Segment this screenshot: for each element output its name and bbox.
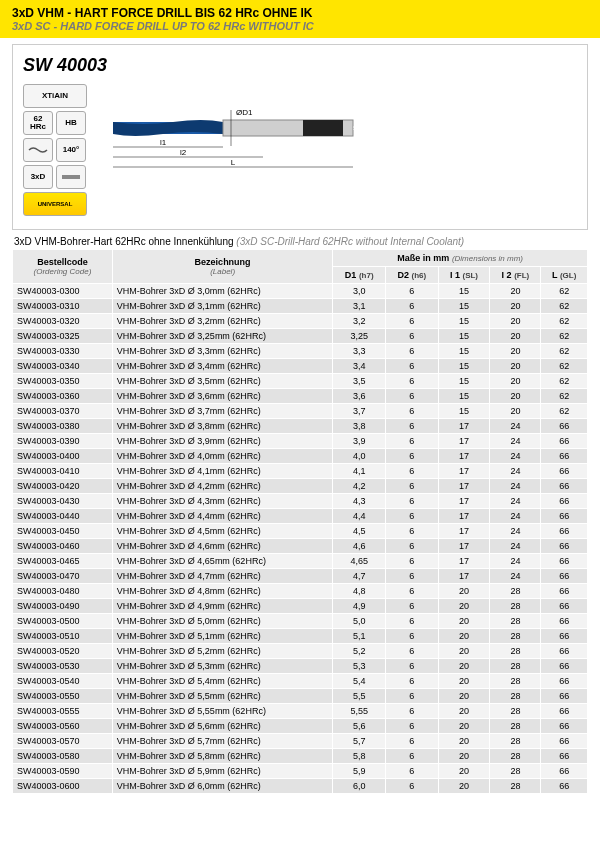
cell-d2: 6 — [386, 569, 439, 584]
cell-i1: 17 — [438, 464, 490, 479]
th-d1: D1 (h7) — [333, 267, 386, 284]
cell-d2: 6 — [386, 389, 439, 404]
cell-code: SW40003-0310 — [13, 299, 113, 314]
cell-code: SW40003-0360 — [13, 389, 113, 404]
cell-d1: 5,3 — [333, 659, 386, 674]
table-row: SW40003-0520VHM-Bohrer 3xD Ø 5,2mm (62HR… — [13, 644, 588, 659]
cell-L: 66 — [541, 779, 588, 794]
cell-L: 66 — [541, 494, 588, 509]
cell-label: VHM-Bohrer 3xD Ø 3,5mm (62HRc) — [112, 374, 333, 389]
cell-i2: 24 — [490, 464, 541, 479]
cell-L: 66 — [541, 719, 588, 734]
cell-code: SW40003-0465 — [13, 554, 113, 569]
cell-i1: 20 — [438, 644, 490, 659]
cell-i2: 20 — [490, 359, 541, 374]
cell-code: SW40003-0590 — [13, 764, 113, 779]
cell-i1: 17 — [438, 524, 490, 539]
cell-code: SW40003-0450 — [13, 524, 113, 539]
cell-d1: 4,2 — [333, 479, 386, 494]
cell-i1: 15 — [438, 329, 490, 344]
cell-L: 62 — [541, 389, 588, 404]
cell-i2: 20 — [490, 299, 541, 314]
cell-L: 66 — [541, 419, 588, 434]
cell-code: SW40003-0555 — [13, 704, 113, 719]
cell-L: 66 — [541, 659, 588, 674]
cell-label: VHM-Bohrer 3xD Ø 3,1mm (62HRc) — [112, 299, 333, 314]
cell-label: VHM-Bohrer 3xD Ø 5,7mm (62HRc) — [112, 734, 333, 749]
cell-d1: 3,2 — [333, 314, 386, 329]
cell-L: 66 — [541, 614, 588, 629]
cell-d1: 3,7 — [333, 404, 386, 419]
cell-i2: 24 — [490, 539, 541, 554]
cell-label: VHM-Bohrer 3xD Ø 3,7mm (62HRc) — [112, 404, 333, 419]
cell-label: VHM-Bohrer 3xD Ø 3,0mm (62HRc) — [112, 284, 333, 299]
cell-label: VHM-Bohrer 3xD Ø 3,2mm (62HRc) — [112, 314, 333, 329]
cell-d1: 4,6 — [333, 539, 386, 554]
cell-i1: 15 — [438, 344, 490, 359]
cell-d2: 6 — [386, 344, 439, 359]
cell-label: VHM-Bohrer 3xD Ø 4,2mm (62HRc) — [112, 479, 333, 494]
cell-i2: 28 — [490, 659, 541, 674]
cell-i2: 28 — [490, 614, 541, 629]
cell-i1: 17 — [438, 434, 490, 449]
table-row: SW40003-0530VHM-Bohrer 3xD Ø 5,3mm (62HR… — [13, 659, 588, 674]
th-i2: I 2 (FL) — [490, 267, 541, 284]
table-row: SW40003-0320VHM-Bohrer 3xD Ø 3,2mm (62HR… — [13, 314, 588, 329]
cell-label: VHM-Bohrer 3xD Ø 3,8mm (62HRc) — [112, 419, 333, 434]
cell-L: 62 — [541, 314, 588, 329]
cell-label: VHM-Bohrer 3xD Ø 4,7mm (62HRc) — [112, 569, 333, 584]
table-row: SW40003-0380VHM-Bohrer 3xD Ø 3,8mm (62HR… — [13, 419, 588, 434]
cell-d1: 5,55 — [333, 704, 386, 719]
cell-i1: 15 — [438, 284, 490, 299]
table-row: SW40003-0340VHM-Bohrer 3xD Ø 3,4mm (62HR… — [13, 359, 588, 374]
cell-i1: 20 — [438, 719, 490, 734]
cell-label: VHM-Bohrer 3xD Ø 4,5mm (62HRc) — [112, 524, 333, 539]
cell-i1: 20 — [438, 614, 490, 629]
cell-label: VHM-Bohrer 3xD Ø 4,6mm (62HRc) — [112, 539, 333, 554]
cell-d1: 3,5 — [333, 374, 386, 389]
cell-L: 66 — [541, 749, 588, 764]
diagram-d1-label: ØD1 — [236, 108, 253, 117]
cell-i1: 20 — [438, 734, 490, 749]
th-code: Bestellcode(Ordering Code) — [13, 250, 113, 284]
table-row: SW40003-0390VHM-Bohrer 3xD Ø 3,9mm (62HR… — [13, 434, 588, 449]
table-row: SW40003-0360VHM-Bohrer 3xD Ø 3,6mm (62HR… — [13, 389, 588, 404]
cell-i1: 17 — [438, 569, 490, 584]
diagram-l1-label: l1 — [160, 138, 167, 147]
cell-label: VHM-Bohrer 3xD Ø 4,3mm (62HRc) — [112, 494, 333, 509]
th-dims: Maße in mm (Dimensions in mm) — [333, 250, 588, 267]
cell-i1: 20 — [438, 689, 490, 704]
cell-label: VHM-Bohrer 3xD Ø 3,3mm (62HRc) — [112, 344, 333, 359]
th-i1: I 1 (SL) — [438, 267, 490, 284]
cell-code: SW40003-0580 — [13, 749, 113, 764]
cell-L: 66 — [541, 689, 588, 704]
cell-i2: 24 — [490, 419, 541, 434]
cell-L: 66 — [541, 434, 588, 449]
cell-i2: 28 — [490, 779, 541, 794]
badge-shank-icon — [56, 165, 86, 189]
cell-code: SW40003-0320 — [13, 314, 113, 329]
cell-d2: 6 — [386, 554, 439, 569]
cell-d1: 3,8 — [333, 419, 386, 434]
cell-code: SW40003-0550 — [13, 689, 113, 704]
cell-label: VHM-Bohrer 3xD Ø 5,5mm (62HRc) — [112, 689, 333, 704]
cell-i1: 17 — [438, 494, 490, 509]
cell-L: 66 — [541, 644, 588, 659]
cell-i2: 28 — [490, 764, 541, 779]
cell-i1: 15 — [438, 374, 490, 389]
table-row: SW40003-0480VHM-Bohrer 3xD Ø 4,8mm (62HR… — [13, 584, 588, 599]
cell-i2: 20 — [490, 389, 541, 404]
cell-d2: 6 — [386, 479, 439, 494]
cell-code: SW40003-0330 — [13, 344, 113, 359]
cell-d2: 6 — [386, 734, 439, 749]
cell-L: 66 — [541, 629, 588, 644]
page-title-de: 3xD VHM - HART FORCE DRILL BIS 62 HRc OH… — [12, 6, 588, 20]
table-row: SW40003-0580VHM-Bohrer 3xD Ø 5,8mm (62HR… — [13, 749, 588, 764]
cell-code: SW40003-0570 — [13, 734, 113, 749]
cell-d2: 6 — [386, 779, 439, 794]
cell-d2: 6 — [386, 749, 439, 764]
table-row: SW40003-0460VHM-Bohrer 3xD Ø 4,6mm (62HR… — [13, 539, 588, 554]
cell-d1: 4,9 — [333, 599, 386, 614]
cell-i2: 24 — [490, 449, 541, 464]
cell-label: VHM-Bohrer 3xD Ø 5,0mm (62HRc) — [112, 614, 333, 629]
